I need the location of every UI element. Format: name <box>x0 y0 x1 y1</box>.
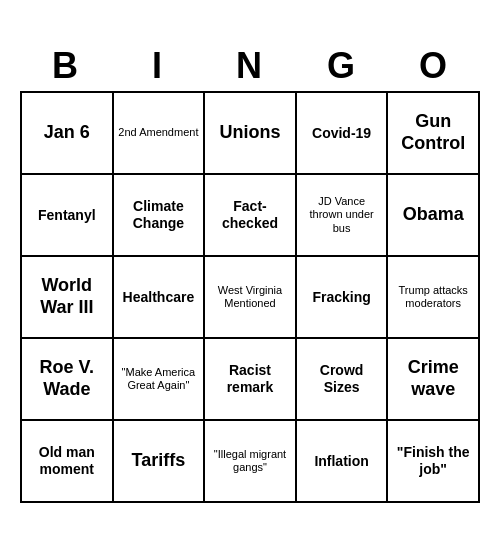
bingo-cell-0[interactable]: Jan 6 <box>22 93 114 175</box>
header-b: B <box>20 41 112 91</box>
bingo-cell-22[interactable]: "Illegal migrant gangs" <box>205 421 297 503</box>
bingo-cell-18[interactable]: Crowd Sizes <box>297 339 389 421</box>
bingo-cell-21[interactable]: Tariffs <box>114 421 206 503</box>
bingo-cell-15[interactable]: Roe V. Wade <box>22 339 114 421</box>
bingo-cell-12[interactable]: West Virginia Mentioned <box>205 257 297 339</box>
bingo-cell-11[interactable]: Healthcare <box>114 257 206 339</box>
bingo-cell-20[interactable]: Old man moment <box>22 421 114 503</box>
bingo-cell-8[interactable]: JD Vance thrown under bus <box>297 175 389 257</box>
bingo-cell-7[interactable]: Fact-checked <box>205 175 297 257</box>
bingo-cell-14[interactable]: Trump attacks moderators <box>388 257 480 339</box>
bingo-header: B I N G O <box>20 41 480 91</box>
header-n: N <box>204 41 296 91</box>
bingo-cell-24[interactable]: "Finish the job" <box>388 421 480 503</box>
header-o: O <box>388 41 480 91</box>
bingo-cell-17[interactable]: Racist remark <box>205 339 297 421</box>
bingo-cell-23[interactable]: Inflation <box>297 421 389 503</box>
bingo-cell-19[interactable]: Crime wave <box>388 339 480 421</box>
bingo-grid: Jan 62nd AmendmentUnionsCovid-19Gun Cont… <box>20 91 480 503</box>
bingo-cell-1[interactable]: 2nd Amendment <box>114 93 206 175</box>
header-i: I <box>112 41 204 91</box>
bingo-cell-13[interactable]: Fracking <box>297 257 389 339</box>
bingo-card: B I N G O Jan 62nd AmendmentUnionsCovid-… <box>20 41 480 503</box>
bingo-cell-3[interactable]: Covid-19 <box>297 93 389 175</box>
bingo-cell-6[interactable]: Climate Change <box>114 175 206 257</box>
bingo-cell-4[interactable]: Gun Control <box>388 93 480 175</box>
bingo-cell-16[interactable]: "Make America Great Again" <box>114 339 206 421</box>
bingo-cell-5[interactable]: Fentanyl <box>22 175 114 257</box>
header-g: G <box>296 41 388 91</box>
bingo-cell-2[interactable]: Unions <box>205 93 297 175</box>
bingo-cell-9[interactable]: Obama <box>388 175 480 257</box>
bingo-cell-10[interactable]: World War III <box>22 257 114 339</box>
